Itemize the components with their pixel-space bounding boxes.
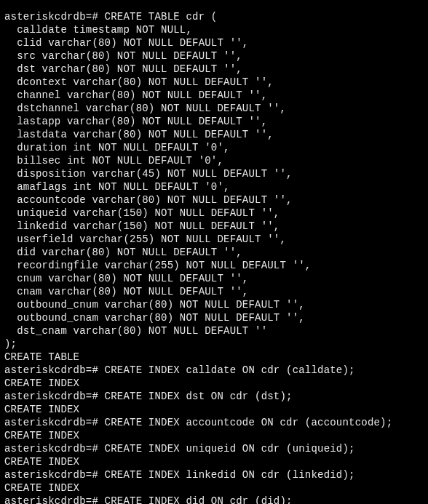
terminal-line: dcontext varchar(80) NOT NULL DEFAULT ''… — [4, 76, 274, 88]
terminal-line: did varchar(80) NOT NULL DEFAULT '', — [4, 247, 242, 258]
terminal-line: asteriskcdrdb=# CREATE INDEX linkedid ON… — [4, 469, 355, 481]
terminal-line: asteriskcdrdb=# CREATE INDEX dst ON cdr … — [4, 391, 293, 402]
terminal-line: asteriskcdrdb=# CREATE TABLE cdr ( — [4, 11, 217, 23]
terminal-line: cnum varchar(80) NOT NULL DEFAULT '', — [4, 273, 248, 284]
terminal-line: duration int NOT NULL DEFAULT '0', — [4, 142, 230, 153]
terminal-output[interactable]: asteriskcdrdb=# CREATE TABLE cdr ( calld… — [0, 10, 428, 504]
terminal-line: asteriskcdrdb=# CREATE INDEX did ON cdr … — [4, 495, 293, 504]
terminal-line: asteriskcdrdb=# CREATE INDEX calldate ON… — [4, 364, 355, 376]
terminal-line: outbound_cnam varchar(80) NOT NULL DEFAU… — [4, 312, 305, 324]
terminal-line: linkedid varchar(150) NOT NULL DEFAULT '… — [4, 220, 280, 232]
terminal-line: calldate timestamp NOT NULL, — [4, 24, 192, 36]
terminal-line: uniqueid varchar(150) NOT NULL DEFAULT '… — [4, 207, 280, 219]
terminal-line: cnam varchar(80) NOT NULL DEFAULT '', — [4, 286, 248, 297]
terminal-line: lastapp varchar(80) NOT NULL DEFAULT '', — [4, 116, 267, 127]
terminal-line: disposition varchar(45) NOT NULL DEFAULT… — [4, 168, 293, 180]
terminal-line: accountcode varchar(80) NOT NULL DEFAULT… — [4, 194, 293, 206]
terminal-line: userfield varchar(255) NOT NULL DEFAULT … — [4, 233, 286, 245]
terminal-line: dst varchar(80) NOT NULL DEFAULT '', — [4, 63, 242, 75]
terminal-line: ); — [4, 338, 17, 350]
terminal-line: clid varchar(80) NOT NULL DEFAULT '', — [4, 37, 248, 49]
terminal-line: lastdata varchar(80) NOT NULL DEFAULT ''… — [4, 129, 274, 140]
terminal-line: billsec int NOT NULL DEFAULT '0', — [4, 155, 223, 167]
terminal-line: channel varchar(80) NOT NULL DEFAULT '', — [4, 89, 267, 101]
terminal-line: dstchannel varchar(80) NOT NULL DEFAULT … — [4, 103, 286, 114]
terminal-line: asteriskcdrdb=# CREATE INDEX uniqueid ON… — [4, 443, 355, 455]
terminal-line: CREATE INDEX — [4, 430, 79, 441]
terminal-line: CREATE INDEX — [4, 456, 79, 468]
terminal-line: dst_cnam varchar(80) NOT NULL DEFAULT '' — [4, 325, 267, 337]
terminal-line: asteriskcdrdb=# CREATE INDEX accountcode… — [4, 417, 392, 428]
terminal-line: CREATE INDEX — [4, 482, 79, 494]
terminal-line: outbound_cnum varchar(80) NOT NULL DEFAU… — [4, 299, 305, 311]
terminal-line: CREATE TABLE — [4, 351, 79, 363]
terminal-line: CREATE INDEX — [4, 404, 79, 415]
terminal-line: amaflags int NOT NULL DEFAULT '0', — [4, 181, 230, 193]
terminal-line: src varchar(80) NOT NULL DEFAULT '', — [4, 50, 242, 62]
terminal-line: recordingfile varchar(255) NOT NULL DEFA… — [4, 260, 311, 271]
terminal-line: CREATE INDEX — [4, 377, 79, 389]
